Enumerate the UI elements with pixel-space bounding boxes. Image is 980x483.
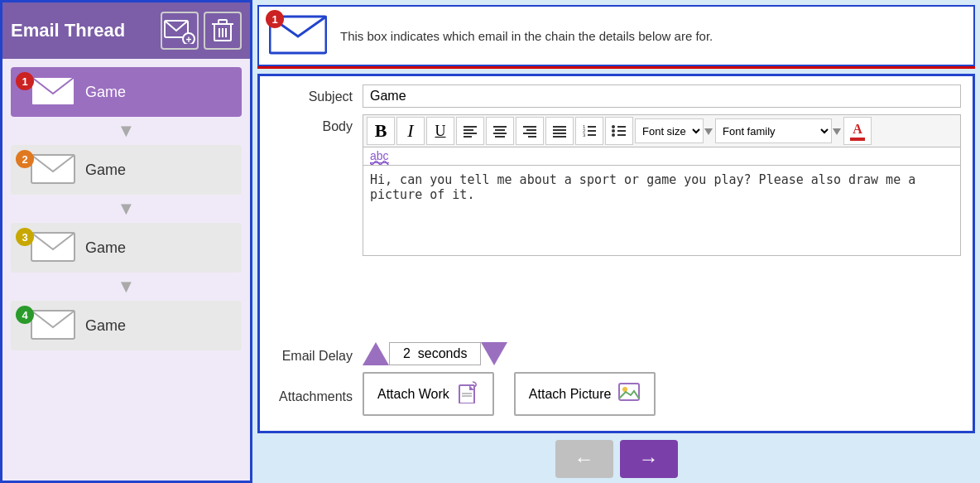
list-ordered-button[interactable]: 123	[575, 117, 603, 145]
delay-value: 2 seconds	[389, 342, 481, 365]
forward-arrow: →	[639, 447, 659, 471]
svg-point-39	[612, 125, 615, 128]
font-family-arrow	[832, 122, 842, 140]
body-label: Body	[271, 114, 363, 134]
email-badge-1: 1	[16, 72, 34, 90]
attach-picture-button[interactable]: Attach Picture	[514, 372, 656, 416]
subject-label: Subject	[271, 85, 363, 104]
bottom-nav: ← →	[252, 433, 980, 483]
email-delay-row: Email Delay 2 seconds	[271, 342, 961, 365]
attach-picture-icon	[617, 380, 641, 408]
attach-picture-label: Attach Picture	[529, 387, 612, 402]
svg-point-41	[612, 133, 615, 137]
align-right-button[interactable]	[516, 117, 544, 145]
underline-button[interactable]: U	[426, 117, 454, 145]
envelope-icon-4	[31, 307, 75, 344]
list-unordered-button[interactable]	[605, 117, 633, 145]
left-header-icons: +	[161, 12, 242, 50]
svg-rect-47	[619, 384, 639, 400]
email-item-3[interactable]: 3 Game	[11, 223, 242, 273]
svg-point-40	[612, 129, 615, 133]
body-row: Body B I U	[271, 114, 961, 336]
align-left-button[interactable]	[456, 117, 484, 145]
bold-button[interactable]: B	[367, 117, 395, 145]
envelope-icon-1	[31, 74, 75, 110]
email-list: 1 Game ▼ 2 Game ▼ 3	[2, 59, 250, 481]
right-panel: 1 This box indicates which email in the …	[252, 0, 980, 483]
email-item-2[interactable]: 2 Game	[11, 145, 242, 195]
email-item-4[interactable]: 4 Game	[11, 301, 242, 350]
svg-text:+: +	[185, 34, 191, 44]
align-center-button[interactable]	[486, 117, 514, 145]
body-toolbar: B I U 123	[363, 114, 961, 147]
font-color-label: A	[853, 122, 862, 137]
spellcheck-word: abc	[370, 149, 389, 163]
body-area: B I U 123	[363, 114, 961, 256]
delay-up-button[interactable]	[363, 342, 389, 365]
delay-controls: 2 seconds	[363, 342, 507, 365]
email-label-4: Game	[85, 317, 126, 335]
body-textarea[interactable]: Hi, can you tell me about a sport or gam…	[363, 165, 961, 256]
align-justify-button[interactable]	[545, 117, 574, 145]
info-badge: 1	[266, 10, 284, 28]
attach-work-icon	[456, 380, 479, 408]
email-label-3: Game	[85, 239, 126, 257]
delete-email-button[interactable]	[204, 12, 242, 50]
email-badge-4: 4	[16, 306, 34, 324]
arrow-down-1: ▼	[11, 117, 242, 145]
arrow-down-2: ▼	[11, 195, 242, 223]
delay-number: 2	[403, 346, 411, 360]
detail-box: Subject Body B I U	[257, 74, 975, 433]
email-item-1[interactable]: 1 Game	[11, 67, 242, 117]
add-email-button[interactable]: +	[161, 12, 199, 50]
email-badge-2: 2	[16, 150, 34, 168]
info-envelope: 1	[269, 13, 327, 58]
email-badge-3: 3	[16, 228, 34, 246]
font-color-bar	[850, 138, 865, 141]
svg-marker-43	[833, 128, 841, 135]
svg-text:3: 3	[583, 133, 586, 138]
font-size-select[interactable]: Font size 8 10 12 14 16 18 24 36	[635, 118, 704, 143]
svg-marker-42	[704, 128, 713, 135]
font-family-select[interactable]: Font family Arial Times New Roman Courie…	[715, 118, 832, 143]
email-thread-title: Email Thread	[11, 20, 125, 41]
font-size-arrow	[704, 122, 713, 140]
svg-point-48	[622, 387, 627, 392]
subject-row: Subject	[271, 85, 961, 108]
info-text: This box indicates which email in the ch…	[340, 27, 713, 45]
info-bar: 1 This box indicates which email in the …	[257, 5, 975, 66]
envelope-icon-2	[31, 152, 75, 188]
left-panel: Email Thread +	[0, 0, 252, 483]
left-header: Email Thread +	[2, 2, 250, 59]
svg-rect-5	[219, 20, 227, 24]
attachments-row: Attachments Attach Work	[271, 372, 961, 416]
envelope-icon-3	[31, 229, 75, 266]
forward-button[interactable]: →	[620, 440, 678, 478]
arrow-down-3: ▼	[11, 273, 242, 301]
delay-unit: seconds	[418, 346, 468, 360]
attach-work-label: Attach Work	[377, 387, 449, 402]
email-delay-label: Email Delay	[271, 344, 363, 364]
subject-input[interactable]	[363, 85, 961, 108]
attachments-label: Attachments	[271, 384, 363, 404]
font-color-button[interactable]: A	[843, 117, 872, 145]
back-arrow: ←	[574, 447, 594, 471]
email-label-1: Game	[85, 84, 126, 101]
spellcheck-bar: abc	[363, 147, 961, 165]
back-button[interactable]: ←	[555, 440, 613, 478]
attach-work-button[interactable]: Attach Work	[363, 372, 494, 416]
attachment-buttons: Attach Work Attach Picture	[363, 372, 665, 416]
email-label-2: Game	[85, 162, 126, 179]
red-divider	[257, 66, 975, 69]
italic-button[interactable]: I	[396, 117, 425, 145]
delay-down-button[interactable]	[481, 342, 507, 365]
